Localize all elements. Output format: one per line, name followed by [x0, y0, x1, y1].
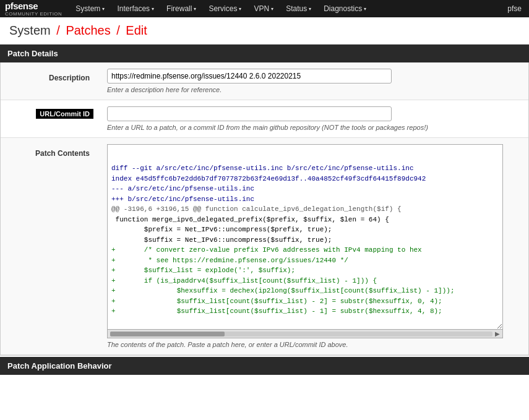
patch-contents-hint: The contents of the patch. Paste a patch… — [107, 341, 521, 348]
patch-contents-label: Patch Contents — [0, 147, 98, 158]
chevron-down-icon: ▾ — [102, 6, 105, 12]
nav-services[interactable]: Services ▾ — [202, 0, 247, 17]
breadcrumb-sep1: / — [56, 24, 60, 37]
patch-contents-content: diff --git a/src/etc/inc/pfsense-utils.i… — [107, 144, 521, 348]
nav-system[interactable]: System ▾ — [69, 0, 111, 17]
patch-application-header: Patch Application Behavior — [0, 357, 529, 375]
breadcrumb-edit: Edit — [126, 24, 147, 37]
patch-textarea-wrap: diff --git a/src/etc/inc/pfsense-utils.i… — [107, 144, 503, 338]
scroll-right-arrow[interactable]: ▶ — [495, 330, 502, 337]
url-hint: Enter a URL to a patch, or a commit ID f… — [107, 124, 503, 131]
description-content: Enter a description here for reference. — [107, 69, 521, 93]
chevron-down-icon: ▾ — [152, 6, 154, 12]
breadcrumb-patches[interactable]: Patches — [66, 24, 110, 37]
chevron-down-icon: ▾ — [271, 6, 273, 12]
top-navigation: pfsense COMMUNITY EDITION System ▾ Inter… — [0, 0, 529, 17]
chevron-down-icon: ▾ — [364, 6, 366, 12]
nav-firewall[interactable]: Firewall ▾ — [160, 0, 202, 17]
nav-vpn[interactable]: VPN ▾ — [247, 0, 280, 17]
logo-sub: COMMUNITY EDITION — [5, 11, 62, 17]
chevron-down-icon: ▾ — [194, 6, 196, 12]
url-content: Enter a URL to a patch, or a commit ID f… — [107, 106, 521, 131]
patch-contents-label-wrap: Patch Contents — [8, 144, 107, 158]
url-label-wrap: URL/Commit ID — [8, 106, 107, 119]
chevron-down-icon: ▾ — [239, 6, 241, 12]
description-row: Description Enter a description here for… — [1, 62, 528, 100]
nav-user: pfse — [502, 4, 527, 13]
logo-text: pfsense — [5, 1, 62, 11]
description-hint: Enter a description here for reference. — [107, 86, 521, 93]
breadcrumb-sep2: / — [116, 24, 120, 37]
patch-details-header: Patch Details — [0, 45, 529, 62]
patch-contents-row: Patch Contents diff --git a/src/etc/inc/… — [1, 138, 528, 355]
breadcrumb: System / Patches / Edit — [0, 17, 529, 45]
scrollbar-track — [110, 332, 492, 336]
nav-status[interactable]: Status ▾ — [280, 0, 317, 17]
description-input[interactable] — [107, 69, 392, 84]
chevron-down-icon: ▾ — [309, 6, 311, 12]
logo: pfsense COMMUNITY EDITION — [2, 0, 64, 18]
url-label: URL/Commit ID — [36, 109, 93, 119]
horizontal-scrollbar[interactable]: ▶ — [107, 330, 503, 338]
description-label-wrap: Description — [8, 69, 107, 82]
nav-diagnostics[interactable]: Diagnostics ▾ — [317, 0, 372, 17]
url-input[interactable] — [107, 106, 392, 121]
patch-details-form: Description Enter a description here for… — [0, 62, 529, 356]
patch-code: diff --git a/src/etc/inc/pfsense-utils.i… — [111, 163, 499, 317]
url-row: URL/Commit ID Enter a URL to a patch, or… — [1, 100, 528, 138]
scrollbar-thumb — [110, 332, 225, 336]
breadcrumb-system[interactable]: System — [9, 24, 51, 37]
description-label: Description — [0, 71, 98, 82]
patch-textarea[interactable]: diff --git a/src/etc/inc/pfsense-utils.i… — [107, 144, 503, 330]
nav-interfaces[interactable]: Interfaces ▾ — [111, 0, 160, 17]
